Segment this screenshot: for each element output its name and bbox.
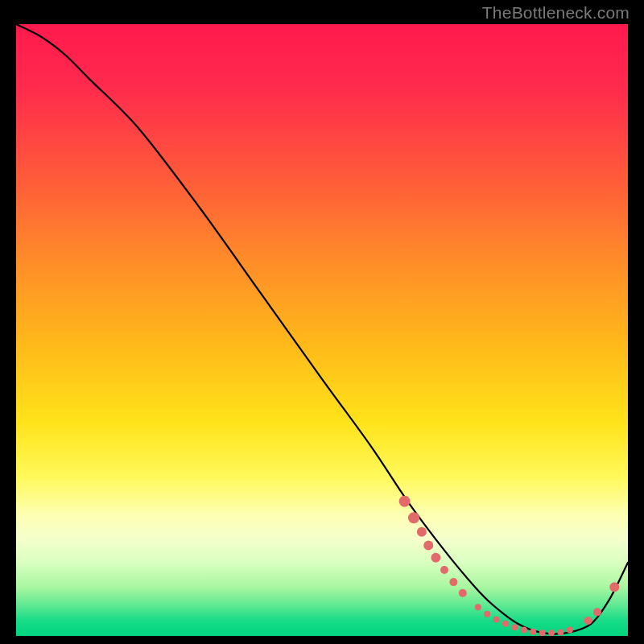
highlight-dot [567,626,573,633]
highlight-dot [584,617,592,625]
highlight-dot [557,629,564,635]
highlight-dot [548,630,555,636]
highlight-dot [399,496,411,507]
highlight-dot [521,626,527,633]
highlight-dot [440,566,448,574]
highlight-dot [484,611,490,617]
highlight-dot [431,553,440,563]
highlight-dot [539,630,546,636]
highlight-dot [609,582,619,592]
highlight-dot [408,512,419,523]
highlight-dot [423,541,433,551]
highlight-dot [493,616,500,622]
curve-svg [16,24,628,636]
highlight-dot [417,527,427,537]
watermark-label: TheBottleneck.com [482,3,630,23]
highlight-dot [475,604,481,610]
plot-area [16,24,628,636]
highlight-dot [502,621,509,627]
highlight-dot [511,624,518,630]
highlight-dot [593,608,601,616]
highlight-dots [399,496,620,636]
chart-stage: TheBottleneck.com [0,0,644,644]
highlight-dot [530,629,536,635]
bottleneck-curve [16,24,628,634]
highlight-dot [449,578,457,586]
highlight-dot [459,589,467,597]
